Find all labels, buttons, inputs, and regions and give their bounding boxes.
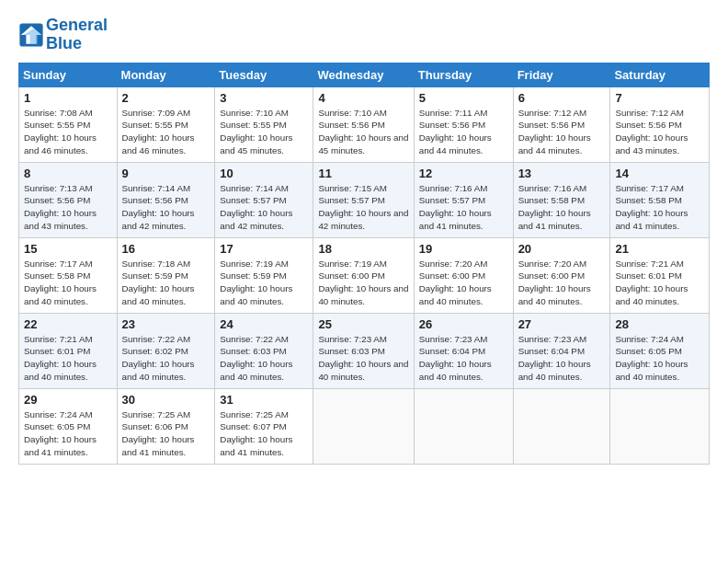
table-row: 13 Sunrise: 7:16 AMSunset: 5:58 PMDaylig…	[513, 162, 610, 237]
day-number: 28	[615, 317, 704, 331]
day-number: 16	[122, 242, 210, 256]
day-info: Sunrise: 7:23 AMSunset: 6:04 PMDaylight:…	[518, 334, 591, 382]
day-number: 4	[318, 91, 408, 105]
table-row	[414, 388, 513, 464]
table-row: 22 Sunrise: 7:21 AMSunset: 6:01 PMDaylig…	[19, 313, 118, 388]
day-number: 2	[122, 91, 210, 105]
table-row: 30 Sunrise: 7:25 AMSunset: 6:06 PMDaylig…	[117, 388, 215, 464]
day-number: 17	[220, 242, 308, 256]
generalblue-logo-icon	[18, 22, 44, 48]
logo-text: General Blue	[46, 17, 108, 53]
day-info: Sunrise: 7:24 AMSunset: 6:05 PMDaylight:…	[615, 334, 688, 382]
table-row: 31 Sunrise: 7:25 AMSunset: 6:07 PMDaylig…	[215, 388, 313, 464]
table-row: 25 Sunrise: 7:23 AMSunset: 6:03 PMDaylig…	[313, 313, 414, 388]
day-info: Sunrise: 7:23 AMSunset: 6:04 PMDaylight:…	[419, 334, 492, 382]
day-number: 9	[122, 167, 210, 180]
day-number: 22	[24, 317, 112, 331]
day-info: Sunrise: 7:20 AMSunset: 6:00 PMDaylight:…	[518, 259, 591, 306]
logo-blue: Blue	[46, 34, 82, 52]
table-row: 4 Sunrise: 7:10 AMSunset: 5:56 PMDayligh…	[313, 86, 414, 162]
col-thursday: Thursday	[414, 63, 513, 86]
table-row: 10 Sunrise: 7:14 AMSunset: 5:57 PMDaylig…	[215, 162, 313, 237]
table-row: 19 Sunrise: 7:20 AMSunset: 6:00 PMDaylig…	[414, 237, 513, 313]
day-number: 30	[122, 393, 210, 407]
table-row: 14 Sunrise: 7:17 AMSunset: 5:58 PMDaylig…	[610, 162, 710, 237]
day-info: Sunrise: 7:14 AMSunset: 5:57 PMDaylight:…	[220, 183, 292, 231]
table-row: 28 Sunrise: 7:24 AMSunset: 6:05 PMDaylig…	[610, 313, 710, 388]
day-info: Sunrise: 7:10 AMSunset: 5:56 PMDaylight:…	[318, 108, 408, 155]
day-number: 7	[615, 91, 704, 105]
day-number: 15	[24, 242, 112, 256]
day-number: 5	[419, 91, 508, 105]
day-info: Sunrise: 7:17 AMSunset: 5:58 PMDaylight:…	[24, 259, 97, 306]
logo: General Blue	[18, 17, 108, 53]
table-row: 20 Sunrise: 7:20 AMSunset: 6:00 PMDaylig…	[513, 237, 610, 313]
table-row: 29 Sunrise: 7:24 AMSunset: 6:05 PMDaylig…	[19, 388, 118, 464]
day-number: 31	[220, 393, 308, 407]
day-info: Sunrise: 7:10 AMSunset: 5:55 PMDaylight:…	[220, 108, 292, 155]
day-info: Sunrise: 7:13 AMSunset: 5:56 PMDaylight:…	[24, 183, 97, 231]
day-number: 21	[615, 242, 704, 256]
table-row: 1 Sunrise: 7:08 AMSunset: 5:55 PMDayligh…	[19, 86, 118, 162]
day-info: Sunrise: 7:22 AMSunset: 6:02 PMDaylight:…	[122, 334, 195, 382]
day-info: Sunrise: 7:17 AMSunset: 5:58 PMDaylight:…	[615, 183, 688, 231]
day-number: 10	[220, 167, 308, 180]
table-row: 5 Sunrise: 7:11 AMSunset: 5:56 PMDayligh…	[414, 86, 513, 162]
day-info: Sunrise: 7:14 AMSunset: 5:56 PMDaylight:…	[122, 183, 195, 231]
day-info: Sunrise: 7:23 AMSunset: 6:03 PMDaylight:…	[318, 334, 408, 382]
day-info: Sunrise: 7:19 AMSunset: 6:00 PMDaylight:…	[318, 259, 408, 306]
table-row: 16 Sunrise: 7:18 AMSunset: 5:59 PMDaylig…	[117, 237, 215, 313]
table-row: 23 Sunrise: 7:22 AMSunset: 6:02 PMDaylig…	[117, 313, 215, 388]
table-row: 26 Sunrise: 7:23 AMSunset: 6:04 PMDaylig…	[414, 313, 513, 388]
day-number: 8	[24, 167, 112, 180]
day-number: 25	[318, 317, 408, 331]
day-number: 11	[318, 167, 408, 180]
table-row: 8 Sunrise: 7:13 AMSunset: 5:56 PMDayligh…	[19, 162, 118, 237]
table-row	[313, 388, 414, 464]
table-row	[513, 388, 610, 464]
day-number: 12	[419, 167, 508, 180]
day-info: Sunrise: 7:25 AMSunset: 6:06 PMDaylight:…	[122, 409, 195, 457]
day-number: 24	[220, 317, 308, 331]
day-info: Sunrise: 7:24 AMSunset: 6:05 PMDaylight:…	[24, 409, 97, 457]
calendar-row: 29 Sunrise: 7:24 AMSunset: 6:05 PMDaylig…	[19, 388, 710, 464]
day-info: Sunrise: 7:16 AMSunset: 5:58 PMDaylight:…	[518, 183, 591, 231]
logo-general: General	[46, 16, 108, 34]
day-info: Sunrise: 7:22 AMSunset: 6:03 PMDaylight:…	[220, 334, 292, 382]
day-info: Sunrise: 7:25 AMSunset: 6:07 PMDaylight:…	[220, 409, 292, 457]
day-info: Sunrise: 7:21 AMSunset: 6:01 PMDaylight:…	[24, 334, 97, 382]
table-row: 21 Sunrise: 7:21 AMSunset: 6:01 PMDaylig…	[610, 237, 710, 313]
calendar-header-row: Sunday Monday Tuesday Wednesday Thursday…	[19, 63, 710, 86]
table-row: 15 Sunrise: 7:17 AMSunset: 5:58 PMDaylig…	[19, 237, 118, 313]
calendar-row: 8 Sunrise: 7:13 AMSunset: 5:56 PMDayligh…	[19, 162, 710, 237]
day-number: 14	[615, 167, 704, 180]
calendar-table: Sunday Monday Tuesday Wednesday Thursday…	[18, 63, 710, 465]
day-info: Sunrise: 7:16 AMSunset: 5:57 PMDaylight:…	[419, 183, 492, 231]
day-number: 23	[122, 317, 210, 331]
table-row: 3 Sunrise: 7:10 AMSunset: 5:55 PMDayligh…	[215, 86, 313, 162]
table-row: 11 Sunrise: 7:15 AMSunset: 5:57 PMDaylig…	[313, 162, 414, 237]
col-saturday: Saturday	[610, 63, 710, 86]
table-row: 24 Sunrise: 7:22 AMSunset: 6:03 PMDaylig…	[215, 313, 313, 388]
day-number: 27	[518, 317, 606, 331]
day-info: Sunrise: 7:18 AMSunset: 5:59 PMDaylight:…	[122, 259, 195, 306]
day-info: Sunrise: 7:12 AMSunset: 5:56 PMDaylight:…	[518, 108, 591, 155]
calendar-row: 22 Sunrise: 7:21 AMSunset: 6:01 PMDaylig…	[19, 313, 710, 388]
col-friday: Friday	[513, 63, 610, 86]
day-info: Sunrise: 7:19 AMSunset: 5:59 PMDaylight:…	[220, 259, 292, 306]
day-number: 20	[518, 242, 606, 256]
col-monday: Monday	[117, 63, 215, 86]
table-row	[610, 388, 710, 464]
day-number: 29	[24, 393, 112, 407]
table-row: 6 Sunrise: 7:12 AMSunset: 5:56 PMDayligh…	[513, 86, 610, 162]
day-info: Sunrise: 7:09 AMSunset: 5:55 PMDaylight:…	[122, 108, 195, 155]
page: General Blue Sunday Monday Tuesday Wedne…	[0, 0, 728, 563]
table-row: 9 Sunrise: 7:14 AMSunset: 5:56 PMDayligh…	[117, 162, 215, 237]
day-number: 26	[419, 317, 508, 331]
calendar-row: 15 Sunrise: 7:17 AMSunset: 5:58 PMDaylig…	[19, 237, 710, 313]
calendar-row: 1 Sunrise: 7:08 AMSunset: 5:55 PMDayligh…	[19, 86, 710, 162]
day-info: Sunrise: 7:15 AMSunset: 5:57 PMDaylight:…	[318, 183, 408, 231]
table-row: 7 Sunrise: 7:12 AMSunset: 5:56 PMDayligh…	[610, 86, 710, 162]
table-row: 17 Sunrise: 7:19 AMSunset: 5:59 PMDaylig…	[215, 237, 313, 313]
day-info: Sunrise: 7:21 AMSunset: 6:01 PMDaylight:…	[615, 259, 688, 306]
